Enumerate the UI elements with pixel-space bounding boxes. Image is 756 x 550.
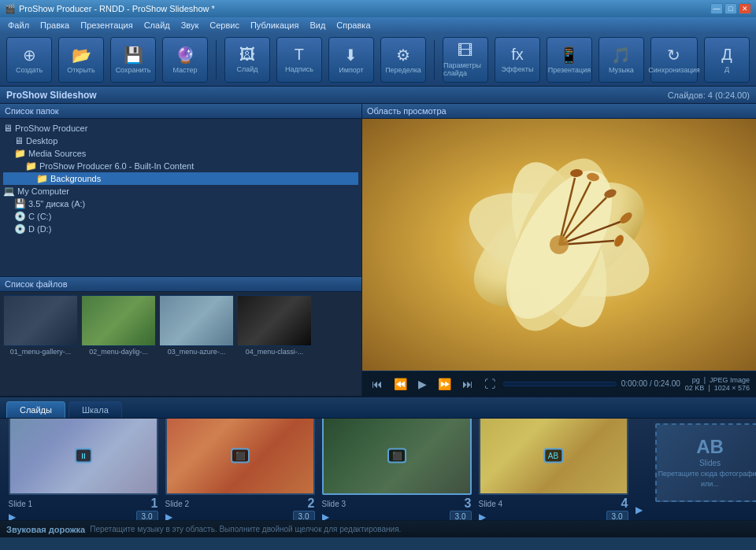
play-icon[interactable]: ▶: [322, 511, 329, 521]
play-icon[interactable]: ▶: [165, 511, 172, 521]
folder-icon: 💾: [14, 198, 26, 209]
audio-track: Звуковая дорожка Перетащите музыку в эту…: [0, 520, 756, 537]
toolbar-btn-[interactable]: 📂Открыть: [58, 37, 104, 83]
folder-tree-item[interactable]: 🖥ProShow Producer: [3, 122, 358, 135]
folder-name: My Computer: [17, 186, 69, 196]
slide-label: Slide 3: [322, 500, 346, 508]
folder-tree[interactable]: 🖥ProShow Producer🖥Desktop📁Media Sources📁…: [0, 119, 361, 274]
menu-item-[interactable]: Вид: [305, 19, 330, 31]
content-area: Список папок 🖥ProShow Producer🖥Desktop📁M…: [0, 104, 756, 396]
toolbar-btn-[interactable]: ⬇Импорт: [328, 37, 374, 83]
maximize-button[interactable]: □: [724, 3, 737, 14]
list-item[interactable]: 01_menu-gallery-...: [3, 295, 78, 356]
folder-tree-item[interactable]: 💿D (D:): [3, 223, 358, 235]
right-panel: Область просмотра: [362, 104, 756, 396]
tab-timeline[interactable]: Шкала: [69, 401, 122, 418]
menu-item-[interactable]: Звук: [176, 19, 204, 31]
menu-item-[interactable]: Публикация: [246, 19, 303, 31]
list-item[interactable]: 03_menu-azure-...: [159, 295, 234, 356]
placeholder-duration-row: ▶ 3.0: [636, 504, 757, 515]
duration-badge: 3.0: [450, 511, 472, 520]
file-thumbnails: 01_menu-gallery-...02_menu-daylig-...03_…: [0, 292, 361, 393]
fast-forward-button[interactable]: ⏩: [435, 376, 454, 392]
toolbar-btn-[interactable]: 💾Сохранить: [110, 37, 156, 83]
slide-thumbnail[interactable]: ⏸: [9, 418, 158, 495]
slide-label: Slide 2: [165, 500, 190, 508]
toolbar-btn-[interactable]: 📱Презентация: [547, 37, 592, 83]
slide-number: 4: [621, 496, 628, 511]
slide-info: Slide 1 1: [9, 496, 158, 511]
toolbar-btn-[interactable]: 🖼Слайд: [224, 37, 270, 83]
folder-name: ProShow Producer: [15, 124, 87, 133]
slide-thumbnail[interactable]: AB: [479, 418, 628, 495]
slide-placeholder-item: AB Slides Перетащите сюда фотографию или…: [633, 423, 756, 515]
play-button[interactable]: ▶: [415, 376, 430, 392]
folder-tree-item[interactable]: 💾3.5" диска (A:): [3, 197, 358, 210]
folder-name: ProShow Producer 6.0 - Built-In Content: [39, 161, 194, 171]
toolbar-btn-[interactable]: 🎵Музыка: [598, 37, 644, 83]
menu-item-[interactable]: Слайд: [139, 19, 175, 31]
transition-icon[interactable]: ⏸: [75, 448, 92, 463]
preview-header: Область просмотра: [362, 104, 756, 119]
menu-item-[interactable]: Презентация: [76, 19, 137, 31]
fullscreen-button[interactable]: ⛶: [481, 376, 498, 392]
folder-list-header: Список папок: [0, 104, 361, 119]
folder-icon: 📁: [14, 148, 26, 159]
toolbar-btn-[interactable]: 🔮Мастер: [162, 37, 208, 83]
menu-item-[interactable]: Файл: [3, 19, 34, 31]
menu-item-[interactable]: Правка: [35, 19, 74, 31]
placeholder-play: ▶: [636, 504, 643, 515]
folder-tree-item[interactable]: 📁ProShow Producer 6.0 - Built-In Content: [3, 160, 358, 172]
toolbar-icon: Д: [721, 46, 732, 64]
folder-icon: 💿: [14, 211, 26, 222]
menu-item-[interactable]: Сервис: [205, 19, 244, 31]
progress-bar[interactable]: [503, 382, 617, 386]
slide-thumbnail[interactable]: ⬛: [165, 418, 315, 495]
toolbar: ⊕Создать📂Открыть💾Сохранить🔮Мастер🖼СлайдT…: [0, 33, 756, 87]
toolbar-label: Переделка: [385, 66, 421, 74]
file-info: pg | JPEG Image 02 KB | 1024 × 576: [685, 376, 750, 392]
toolbar-icon: 💾: [124, 46, 143, 65]
toolbar-btn-[interactable]: TНадпись: [276, 37, 322, 83]
toolbar-btn-[interactable]: ⊕Создать: [6, 37, 52, 83]
slide-label: Slide 4: [479, 500, 503, 508]
folder-tree-item[interactable]: 💿C (C:): [3, 210, 358, 223]
list-item[interactable]: 02_menu-daylig-...: [81, 295, 156, 356]
folder-tree-item[interactable]: 🖥Desktop: [3, 135, 358, 147]
close-button[interactable]: ✕: [739, 3, 751, 14]
play-icon[interactable]: ▶: [479, 511, 486, 521]
toolbar-btn-[interactable]: 🎞Параметры слайда: [443, 37, 488, 83]
folder-name: Media Sources: [28, 149, 86, 158]
toolbar-icon: ⊕: [23, 46, 36, 65]
ps-header: ProShow Slideshow Слайдов: 4 (0:24.00): [0, 87, 756, 104]
transition-icon[interactable]: ⬛: [387, 448, 406, 463]
toolbar-label: Сохранить: [116, 66, 151, 74]
menu-item-[interactable]: Справка: [332, 19, 375, 31]
slide-thumbnail[interactable]: ⬛: [322, 418, 472, 495]
minimize-button[interactable]: —: [710, 3, 723, 14]
file-name: 02_menu-daylig-...: [89, 348, 148, 356]
tab-slides[interactable]: Слайды: [6, 401, 65, 418]
slide-number: 1: [151, 496, 158, 511]
folder-icon: 📁: [36, 173, 48, 184]
slide-info: Slide 4 4: [479, 496, 628, 511]
skip-forward-button[interactable]: ⏭: [459, 376, 476, 392]
transition-icon[interactable]: AB: [543, 448, 563, 463]
toolbar-btn-[interactable]: ДД: [704, 37, 750, 83]
folder-tree-item[interactable]: 📁Backgrounds: [3, 172, 358, 185]
toolbar-btn-[interactable]: fxЭффекты: [495, 37, 540, 83]
file-thumbnail: [237, 295, 312, 346]
rewind-button[interactable]: ⏪: [391, 376, 410, 392]
add-slide-placeholder[interactable]: AB Slides Перетащите сюда фотографию или…: [655, 423, 757, 502]
window-controls: — □ ✕: [710, 3, 751, 14]
transition-icon[interactable]: ⬛: [231, 448, 250, 463]
folder-tree-item[interactable]: 📁Media Sources: [3, 147, 358, 160]
toolbar-label: Параметры слайда: [443, 61, 487, 77]
file-list-header: Список файлов: [0, 277, 361, 292]
folder-tree-item[interactable]: 💻My Computer: [3, 185, 358, 197]
toolbar-btn-[interactable]: ⚙Переделка: [380, 37, 426, 83]
list-item[interactable]: 04_menu-classi-...: [237, 295, 312, 356]
skip-back-button[interactable]: ⏮: [369, 376, 386, 392]
toolbar-btn-[interactable]: ↻Синхронизация: [650, 37, 698, 83]
play-icon[interactable]: ▶: [9, 511, 16, 521]
